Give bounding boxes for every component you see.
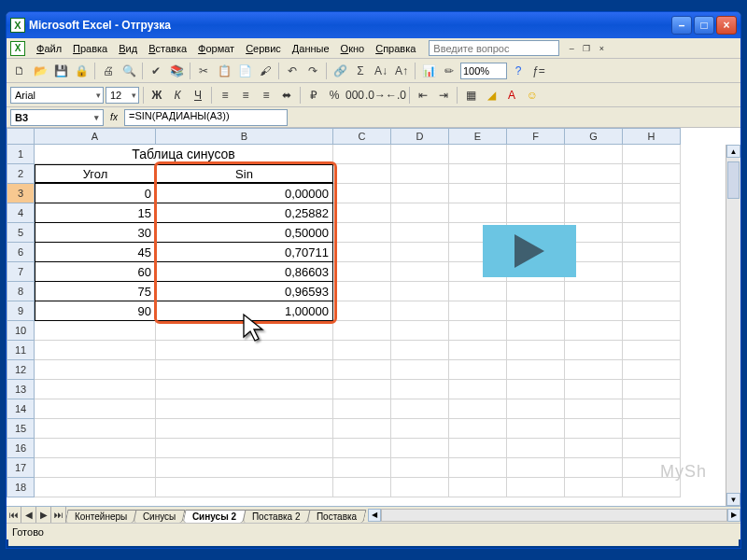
row-header-15[interactable]: 15 [7,419,35,439]
cell-G12[interactable] [565,360,623,380]
cell-D2[interactable] [391,164,449,184]
merge-icon[interactable]: ⬌ [277,86,296,105]
row-header-18[interactable]: 18 [7,478,35,497]
formula-input[interactable]: =SIN(РАДИАНЫ(A3)) [124,109,288,126]
cell-C8[interactable] [333,282,391,301]
cell-C6[interactable] [333,243,391,262]
cell-A14[interactable] [35,399,156,419]
chart-icon[interactable]: 📊 [419,62,438,80]
cell-H8[interactable] [623,282,681,301]
row-header-11[interactable]: 11 [7,341,35,360]
row-header-1[interactable]: 1 [7,145,35,164]
cell-A11[interactable] [35,341,156,360]
row-header-3[interactable]: 3 [7,184,35,203]
cell-H7[interactable] [623,262,681,282]
column-header-G[interactable]: G [565,128,623,145]
cell-A6[interactable]: 45 [35,243,156,262]
bold-button[interactable]: Ж [148,86,166,105]
cell-B13[interactable] [156,380,333,399]
cell-B17[interactable] [156,458,333,478]
cell-H14[interactable] [623,399,681,419]
doc-restore-button[interactable]: ❐ [580,42,593,55]
cell-C2[interactable] [333,164,391,184]
cell-A1[interactable]: Таблица синусов [35,145,333,164]
cell-G4[interactable] [565,203,623,223]
doc-minimize-button[interactable]: – [565,42,578,55]
cell-H13[interactable] [623,380,681,399]
format-painter-icon[interactable]: 🖌 [256,62,275,80]
cell-A9[interactable]: 90 [35,301,156,321]
cell-F10[interactable] [507,321,565,341]
horizontal-scrollbar[interactable]: ◀ ▶ [368,507,740,523]
spellcheck-icon[interactable]: ✔ [147,62,165,80]
cell-C17[interactable] [333,458,391,478]
help-search-input[interactable] [429,40,559,56]
cell-D3[interactable] [391,184,449,203]
row-header-12[interactable]: 12 [7,360,35,380]
cell-A3[interactable]: 0 [35,184,156,203]
play-overlay-button[interactable] [483,225,576,277]
cell-F8[interactable] [507,282,565,301]
cell-A5[interactable]: 30 [35,223,156,243]
percent-icon[interactable]: % [325,86,344,105]
drawing-icon[interactable]: ✏ [440,62,458,80]
cell-A16[interactable] [35,439,156,458]
column-header-B[interactable]: B [156,128,333,145]
autosum-icon[interactable]: Σ [351,62,370,80]
cell-H1[interactable] [623,145,681,164]
smiley-icon[interactable]: ☺ [523,86,542,105]
column-header-H[interactable]: H [623,128,681,145]
cell-C15[interactable] [333,419,391,439]
cell-E15[interactable] [449,419,507,439]
scroll-right-icon[interactable]: ▶ [727,509,740,522]
column-header-D[interactable]: D [391,128,449,145]
comma-icon[interactable]: 000 [345,86,364,105]
menu-правка[interactable]: Правка [67,41,113,56]
inc-indent-icon[interactable]: ⇥ [434,86,453,105]
row-header-16[interactable]: 16 [7,439,35,458]
cell-H10[interactable] [623,321,681,341]
scroll-track[interactable] [381,509,727,522]
menu-вид[interactable]: Вид [113,41,143,56]
cell-E10[interactable] [449,321,507,341]
cell-B2[interactable]: Sin [156,164,333,184]
italic-button[interactable]: К [168,86,187,105]
cell-H12[interactable] [623,360,681,380]
cell-H4[interactable] [623,203,681,223]
cell-A12[interactable] [35,360,156,380]
scroll-left-icon[interactable]: ◀ [368,509,381,522]
row-header-10[interactable]: 10 [7,321,35,341]
cell-C9[interactable] [333,301,391,321]
cell-H16[interactable] [623,439,681,458]
open-icon[interactable]: 📂 [31,62,49,80]
cell-F16[interactable] [507,439,565,458]
cell-C18[interactable] [333,478,391,497]
cell-B16[interactable] [156,439,333,458]
cell-A10[interactable] [35,321,156,341]
font-combo[interactable]: Arial [10,87,104,104]
cell-A17[interactable] [35,458,156,478]
cell-D1[interactable] [391,145,449,164]
cell-A7[interactable]: 60 [35,262,156,282]
row-header-7[interactable]: 7 [7,262,35,282]
preview-icon[interactable]: 🔍 [120,62,138,80]
fx-eval-icon[interactable]: ƒ= [529,62,548,80]
cell-C3[interactable] [333,184,391,203]
cell-G16[interactable] [565,439,623,458]
select-all-corner[interactable] [7,128,35,145]
cell-B5[interactable]: 0,50000 [156,223,333,243]
cell-A15[interactable] [35,419,156,439]
cell-B14[interactable] [156,399,333,419]
vertical-scrollbar[interactable]: ▲ ▼ [726,145,740,506]
tab-nav-last-icon[interactable]: ⏭ [51,507,66,523]
cell-B8[interactable]: 0,96593 [156,282,333,301]
cell-E11[interactable] [449,341,507,360]
menu-данные[interactable]: Данные [287,41,335,56]
cell-A18[interactable] [35,478,156,497]
dec-indent-icon[interactable]: ⇤ [414,86,432,105]
cell-F18[interactable] [507,478,565,497]
cell-H5[interactable] [623,223,681,243]
cell-H9[interactable] [623,301,681,321]
sheet-tab-0[interactable]: Контейнеры [65,510,137,523]
cell-C4[interactable] [333,203,391,223]
